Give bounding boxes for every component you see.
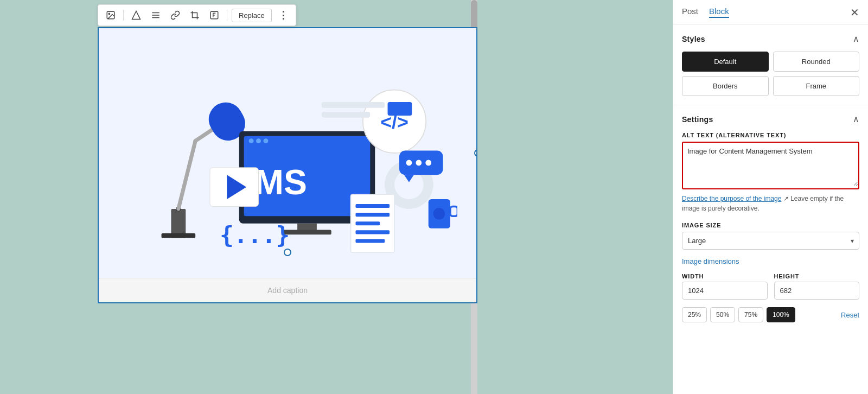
width-field: WIDTH	[682, 273, 768, 300]
alt-text-hint: Describe the purpose of the image ↗ Leav…	[682, 194, 859, 213]
svg-rect-46	[355, 213, 390, 217]
svg-point-16	[248, 138, 253, 143]
styles-section-header: Styles ∧	[682, 34, 859, 44]
image-size-select[interactable]: Thumbnail Medium Large Full Size	[682, 232, 859, 250]
svg-text:{...}: {...}	[220, 221, 290, 249]
tab-post[interactable]: Post	[682, 7, 698, 18]
width-label: WIDTH	[682, 273, 768, 279]
settings-section: Settings ∧ ALT TEXT (ALTERNATIVE TEXT) D…	[673, 105, 868, 331]
svg-rect-9	[161, 233, 195, 238]
cms-illustration: CMS </>	[118, 41, 457, 265]
style-rounded-button[interactable]: Rounded	[773, 52, 860, 72]
more-options-button[interactable]: ⋮	[275, 7, 291, 23]
settings-section-header: Settings ∧	[682, 114, 859, 124]
panel-tabs: Post Block	[682, 7, 729, 18]
toolbar-divider-2	[227, 10, 227, 21]
svg-rect-21	[283, 230, 331, 234]
svg-rect-30	[385, 181, 394, 188]
svg-marker-2	[132, 11, 141, 20]
scale-25-button[interactable]: 25%	[682, 307, 707, 322]
alt-text-label: ALT TEXT (ALTERNATIVE TEXT)	[682, 132, 859, 138]
canvas-area: Replace ⋮	[0, 0, 673, 394]
replace-button[interactable]: Replace	[232, 9, 272, 22]
image-icon-button[interactable]	[103, 8, 119, 22]
caption-area[interactable]: Add caption	[99, 278, 476, 302]
svg-rect-20	[297, 224, 317, 231]
svg-point-18	[263, 138, 268, 143]
svg-rect-41	[322, 112, 370, 118]
svg-point-34	[416, 160, 422, 166]
svg-rect-31	[424, 181, 433, 188]
image-toolbar: Replace ⋮	[98, 4, 296, 26]
svg-point-1	[108, 13, 110, 14]
settings-chevron[interactable]: ∧	[853, 114, 859, 124]
style-frame-button[interactable]: Frame	[773, 76, 860, 96]
styles-title: Styles	[682, 35, 705, 43]
align-button[interactable]	[148, 8, 164, 22]
width-input[interactable]	[682, 282, 768, 300]
style-grid: Default Rounded Borders Frame	[682, 52, 859, 96]
svg-rect-42	[387, 102, 412, 116]
resize-handle-right[interactable]	[474, 149, 476, 157]
svg-rect-49	[355, 239, 385, 243]
scale-buttons: 25% 50% 75% 100% Reset	[682, 307, 859, 322]
resize-handle-bottom[interactable]	[284, 249, 291, 256]
svg-point-35	[425, 160, 431, 166]
caption-placeholder: Add caption	[267, 286, 308, 295]
close-panel-button[interactable]: ✕	[850, 7, 859, 18]
svg-rect-45	[355, 204, 390, 208]
toolbar-divider-1	[123, 10, 124, 21]
panel-header: Post Block ✕	[673, 0, 868, 25]
size-select-wrapper: Thumbnail Medium Large Full Size ▾	[682, 232, 859, 250]
alt-text-button[interactable]	[128, 8, 144, 22]
svg-rect-29	[405, 199, 412, 209]
svg-point-38	[433, 208, 444, 219]
styles-chevron[interactable]: ∧	[853, 34, 859, 44]
image-size-label: IMAGE SIZE	[682, 222, 859, 228]
svg-rect-40	[322, 102, 385, 108]
scale-75-button[interactable]: 75%	[738, 307, 763, 322]
image-dimensions-link[interactable]: Image dimensions	[682, 257, 859, 265]
svg-rect-47	[355, 221, 380, 225]
text-button[interactable]	[206, 8, 222, 22]
svg-point-17	[256, 138, 261, 143]
alt-text-input[interactable]	[683, 143, 858, 186]
settings-title: Settings	[682, 115, 713, 124]
reset-button[interactable]: Reset	[841, 311, 859, 319]
styles-section: Styles ∧ Default Rounded Borders Frame	[673, 25, 868, 105]
scale-50-button[interactable]: 50%	[710, 307, 735, 322]
height-input[interactable]	[774, 282, 860, 300]
dimensions-row: WIDTH HEIGHT	[682, 273, 859, 300]
link-button[interactable]	[167, 8, 183, 22]
alt-text-external-icon: ↗	[783, 195, 789, 202]
image-content: CMS </>	[99, 28, 476, 278]
tab-block[interactable]: Block	[709, 7, 729, 18]
crop-button[interactable]	[187, 8, 203, 22]
alt-text-wrapper	[682, 142, 859, 189]
svg-rect-48	[355, 230, 390, 234]
right-panel: Post Block ✕ Styles ∧ Default Rounded Bo…	[673, 0, 868, 394]
height-field: HEIGHT	[774, 273, 860, 300]
style-borders-button[interactable]: Borders	[682, 76, 769, 96]
scale-100-button[interactable]: 100%	[767, 307, 795, 322]
height-label: HEIGHT	[774, 273, 860, 279]
image-block: CMS </>	[98, 27, 477, 303]
style-default-button[interactable]: Default	[682, 52, 769, 72]
alt-text-link[interactable]: Describe the purpose of the image	[682, 195, 781, 202]
svg-point-33	[406, 160, 412, 166]
